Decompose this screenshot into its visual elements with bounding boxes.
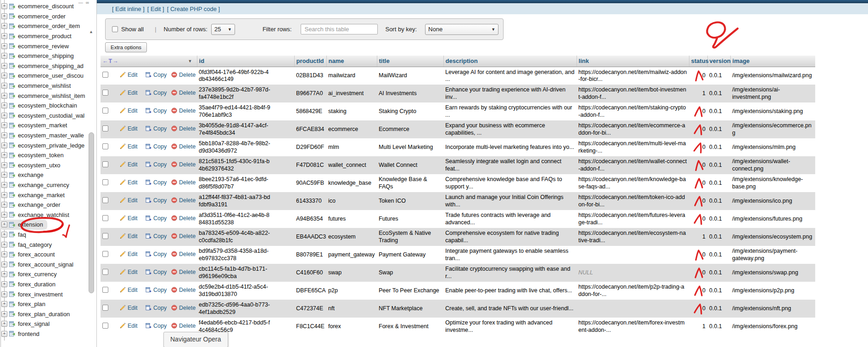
expand-plus-icon[interactable]: + <box>1 63 7 69</box>
expand-plus-icon[interactable]: + <box>1 202 7 208</box>
expand-plus-icon[interactable]: + <box>1 83 7 89</box>
expand-plus-icon[interactable]: + <box>1 142 7 148</box>
row-copy-link[interactable]: Copy <box>153 143 167 150</box>
expand-plus-icon[interactable]: + <box>1 331 7 337</box>
sidebar-scrollbar-thumb[interactable] <box>89 132 94 293</box>
row-select-checkbox[interactable] <box>102 125 108 131</box>
expand-plus-icon[interactable]: + <box>1 192 7 198</box>
sidebar-item-ecosystem_token[interactable]: + ecosystem_token <box>0 150 68 160</box>
create-php-code-link[interactable]: Create PHP code <box>170 6 217 12</box>
expand-plus-icon[interactable]: + <box>1 122 7 128</box>
row-delete-link[interactable]: Delete <box>179 215 196 222</box>
row-delete-link[interactable]: Delete <box>179 179 196 186</box>
row-copy-link[interactable]: Copy <box>153 179 167 186</box>
row-delete-link[interactable]: Delete <box>179 197 196 204</box>
column-header-title[interactable]: title <box>377 56 443 67</box>
expand-plus-icon[interactable]: + <box>1 291 7 297</box>
expand-plus-icon[interactable]: + <box>1 182 7 188</box>
sidebar-item-forex_currency[interactable]: + forex_currency <box>0 269 61 279</box>
row-copy-link[interactable]: Copy <box>153 323 167 329</box>
expand-plus-icon[interactable]: + <box>1 73 7 79</box>
row-edit-link[interactable]: Edit <box>128 143 138 150</box>
expand-plus-icon[interactable]: + <box>1 162 7 168</box>
sidebar-item-forex_signal[interactable]: + forex_signal <box>0 319 54 329</box>
expand-plus-icon[interactable]: + <box>1 311 7 317</box>
expand-plus-icon[interactable]: + <box>1 262 7 267</box>
sidebar-item-forex_duration[interactable]: + forex_duration <box>0 279 60 290</box>
row-edit-link[interactable]: Edit <box>128 161 138 168</box>
expand-plus-icon[interactable]: + <box>1 232 7 238</box>
row-copy-link[interactable]: Copy <box>153 251 167 257</box>
row-delete-link[interactable]: Delete <box>179 233 196 239</box>
expand-plus-icon[interactable]: + <box>1 251 7 257</box>
row-copy-link[interactable]: Copy <box>153 197 167 204</box>
expand-plus-icon[interactable]: + <box>1 321 7 327</box>
row-select-checkbox[interactable] <box>102 233 108 239</box>
column-header-id[interactable]: id <box>197 56 294 67</box>
sidebar-item-exchange[interactable]: + exchange <box>0 170 48 180</box>
sidebar-item-forex_account_signal[interactable]: + forex_account_signal <box>0 259 78 269</box>
row-copy-link[interactable]: Copy <box>153 125 167 132</box>
sidebar-item-ecommerce_product[interactable]: + ecommerce_product <box>0 31 76 41</box>
row-select-checkbox[interactable] <box>102 323 108 329</box>
expand-plus-icon[interactable]: + <box>1 93 7 99</box>
row-edit-link[interactable]: Edit <box>128 72 138 78</box>
show-all-checkbox[interactable] <box>112 26 118 32</box>
sidebar-item-ecosystem_custodial_wal[interactable]: + ecosystem_custodial_wal <box>0 111 88 121</box>
expand-plus-icon[interactable]: + <box>1 132 7 138</box>
edit-inline-link[interactable]: Edit inline <box>115 6 141 12</box>
sidebar-item-ecommerce_discount[interactable]: + ecommerce_discount <box>0 1 78 11</box>
row-delete-link[interactable]: Delete <box>179 323 196 329</box>
column-header-version[interactable]: version <box>707 56 730 67</box>
sidebar-item-ecommerce_wishlist[interactable]: + ecommerce_wishlist <box>0 81 75 91</box>
row-copy-link[interactable]: Copy <box>153 108 167 114</box>
column-header-status[interactable]: status <box>689 56 707 67</box>
row-edit-link[interactable]: Edit <box>128 179 138 186</box>
sort-by-key-select[interactable]: None ▼ <box>425 24 498 35</box>
sidebar-item-ecosystem_master_walle[interactable]: + ecosystem_master_walle <box>0 131 88 141</box>
row-delete-link[interactable]: Delete <box>179 269 196 275</box>
full-text-toggle-icon[interactable]: ←T→ <box>102 58 119 64</box>
row-select-checkbox[interactable] <box>102 108 108 114</box>
row-copy-link[interactable]: Copy <box>153 90 167 96</box>
show-all-control[interactable]: Show all <box>112 26 144 33</box>
sidebar-item-faq_category[interactable]: + faq_category <box>0 239 56 250</box>
row-edit-link[interactable]: Edit <box>128 215 138 222</box>
sidebar-item-ecosystem_market[interactable]: + ecosystem_market <box>0 120 71 131</box>
sidebar-item-ecommerce_order_item[interactable]: + ecommerce_order_item <box>0 21 84 31</box>
options-caret-icon[interactable]: ▼ <box>188 59 192 63</box>
row-copy-link[interactable]: Copy <box>153 72 167 78</box>
sidebar-item-forex_plan[interactable]: + forex_plan <box>0 299 50 309</box>
sidebar-item-extension[interactable]: + extension <box>0 220 47 230</box>
expand-plus-icon[interactable]: + <box>1 113 7 119</box>
sidebar-item-ecosystem_private_ledge[interactable]: + ecosystem_private_ledge <box>0 140 88 150</box>
column-header-image[interactable]: image <box>730 56 815 67</box>
row-select-checkbox[interactable] <box>102 269 108 275</box>
row-delete-link[interactable]: Delete <box>179 90 196 96</box>
sidebar-item-ecommerce_shipping[interactable]: + ecommerce_shipping <box>0 51 78 61</box>
row-select-checkbox[interactable] <box>102 197 108 203</box>
row-delete-link[interactable]: Delete <box>179 143 196 150</box>
row-delete-link[interactable]: Delete <box>179 125 196 132</box>
expand-plus-icon[interactable]: + <box>1 172 7 178</box>
sidebar-item-forex_investment[interactable]: + forex_investment <box>0 289 67 299</box>
sidebar-item-exchange_watchlist[interactable]: + exchange_watchlist <box>0 210 73 220</box>
row-select-checkbox[interactable] <box>102 161 108 167</box>
sidebar-item-frontend[interactable]: + frontend <box>0 329 44 339</box>
expand-plus-icon[interactable]: + <box>1 271 7 277</box>
row-edit-link[interactable]: Edit <box>128 108 138 114</box>
expand-plus-icon[interactable]: + <box>1 242 7 248</box>
sidebar-item-faq[interactable]: + faq <box>0 230 30 240</box>
sidebar-item-ecommerce_order[interactable]: + ecommerce_order <box>0 11 70 22</box>
sidebar-item-ecosystem_utxo[interactable]: + ecosystem_utxo <box>0 160 64 171</box>
expand-plus-icon[interactable]: + <box>1 152 7 158</box>
row-edit-link[interactable]: Edit <box>128 305 138 311</box>
row-delete-link[interactable]: Delete <box>179 72 196 78</box>
edit-query-link[interactable]: Edit <box>151 6 161 12</box>
sidebar-item-ecosystem_blockchain[interactable]: + ecosystem_blockchain <box>0 101 81 111</box>
sidebar-item-forex_account[interactable]: + forex_account <box>0 250 59 260</box>
row-delete-link[interactable]: Delete <box>179 287 196 293</box>
expand-plus-icon[interactable]: + <box>1 43 7 49</box>
column-header-productid[interactable]: productId <box>294 56 326 67</box>
expand-plus-icon[interactable]: + <box>1 212 7 218</box>
